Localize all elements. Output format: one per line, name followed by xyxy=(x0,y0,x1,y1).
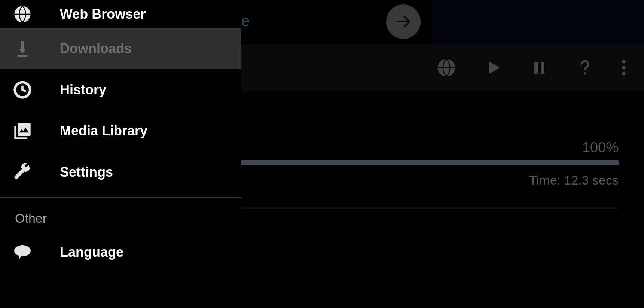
nav-item-label: Media Library xyxy=(60,123,147,139)
svg-rect-12 xyxy=(18,55,28,57)
nav-item-label: Language xyxy=(60,244,123,260)
nav-drawer: Web Browser Downloads History Media Libr… xyxy=(0,0,241,308)
svg-marker-11 xyxy=(19,49,26,54)
speech-bubble-icon xyxy=(12,242,33,263)
svg-rect-10 xyxy=(21,41,24,50)
download-icon xyxy=(12,38,33,59)
globe-icon xyxy=(12,4,33,25)
svg-marker-17 xyxy=(19,254,22,259)
drawer-divider xyxy=(0,197,241,198)
svg-rect-14 xyxy=(18,123,31,136)
drawer-section-other: Other xyxy=(0,202,241,232)
wrench-icon xyxy=(12,162,33,183)
nav-item-label: Settings xyxy=(60,164,113,180)
media-library-icon xyxy=(12,121,33,141)
nav-item-settings[interactable]: Settings xyxy=(0,152,241,193)
nav-item-label: Downloads xyxy=(60,41,132,57)
nav-item-language[interactable]: Language xyxy=(0,232,241,273)
nav-item-label: Web Browser xyxy=(60,6,146,22)
nav-item-history[interactable]: History xyxy=(0,69,241,110)
clock-icon xyxy=(12,79,33,100)
nav-item-label: History xyxy=(60,82,106,98)
nav-item-web-browser[interactable]: Web Browser xyxy=(0,0,241,28)
nav-item-downloads[interactable]: Downloads xyxy=(0,28,241,69)
nav-item-media-library[interactable]: Media Library xyxy=(0,110,241,152)
svg-point-16 xyxy=(14,245,31,256)
